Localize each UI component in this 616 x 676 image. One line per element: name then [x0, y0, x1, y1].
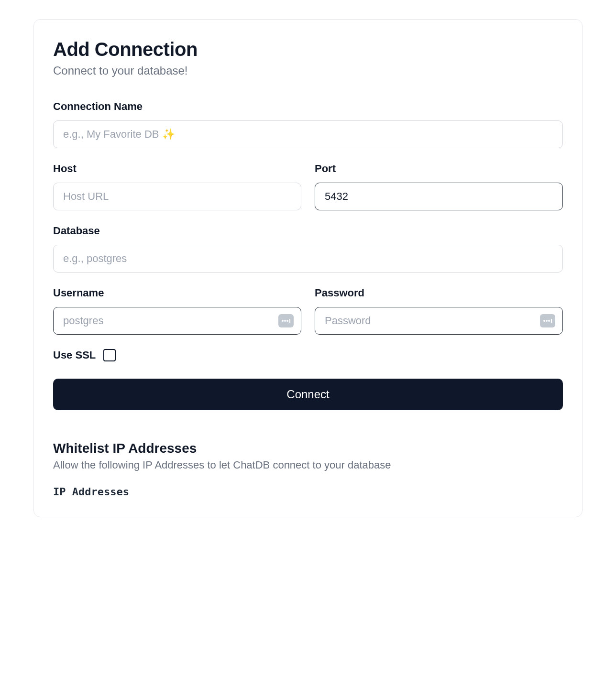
page-title: Add Connection [53, 39, 563, 60]
svg-rect-7 [551, 319, 552, 323]
host-input[interactable] [53, 183, 301, 210]
svg-point-4 [543, 320, 545, 322]
connection-name-group: Connection Name [53, 100, 563, 148]
svg-point-0 [282, 320, 284, 322]
port-group: Port [315, 163, 563, 210]
whitelist-subtitle: Allow the following IP Addresses to let … [53, 459, 563, 471]
username-label: Username [53, 287, 301, 299]
username-input[interactable] [53, 307, 301, 335]
password-input[interactable] [315, 307, 563, 335]
svg-point-6 [548, 320, 550, 322]
password-label: Password [315, 287, 563, 299]
database-input[interactable] [53, 245, 563, 273]
database-group: Database [53, 225, 563, 273]
use-ssl-row: Use SSL [53, 349, 563, 361]
username-input-wrapper [53, 307, 301, 335]
password-manager-icon[interactable] [278, 314, 294, 327]
port-input[interactable] [315, 183, 563, 210]
connect-button[interactable]: Connect [53, 379, 563, 410]
connection-name-label: Connection Name [53, 100, 563, 113]
database-label: Database [53, 225, 563, 237]
password-group: Password [315, 287, 563, 335]
whitelist-title: Whitelist IP Addresses [53, 441, 563, 456]
use-ssl-checkbox[interactable] [103, 349, 116, 361]
use-ssl-label: Use SSL [53, 349, 96, 361]
svg-point-2 [286, 320, 288, 322]
whitelist-section: Whitelist IP Addresses Allow the followi… [53, 441, 563, 498]
host-group: Host [53, 163, 301, 210]
port-label: Port [315, 163, 563, 175]
svg-rect-3 [289, 319, 290, 323]
svg-point-1 [284, 320, 286, 322]
host-label: Host [53, 163, 301, 175]
password-manager-icon[interactable] [540, 314, 555, 327]
page-subtitle: Connect to your database! [53, 64, 563, 77]
connection-form: Connection Name Host Port Database Usern… [53, 100, 563, 410]
add-connection-card: Add Connection Connect to your database!… [33, 19, 583, 517]
username-group: Username [53, 287, 301, 335]
ip-addresses-label: IP Addresses [53, 486, 563, 498]
connection-name-input[interactable] [53, 120, 563, 148]
password-input-wrapper [315, 307, 563, 335]
svg-point-5 [546, 320, 548, 322]
